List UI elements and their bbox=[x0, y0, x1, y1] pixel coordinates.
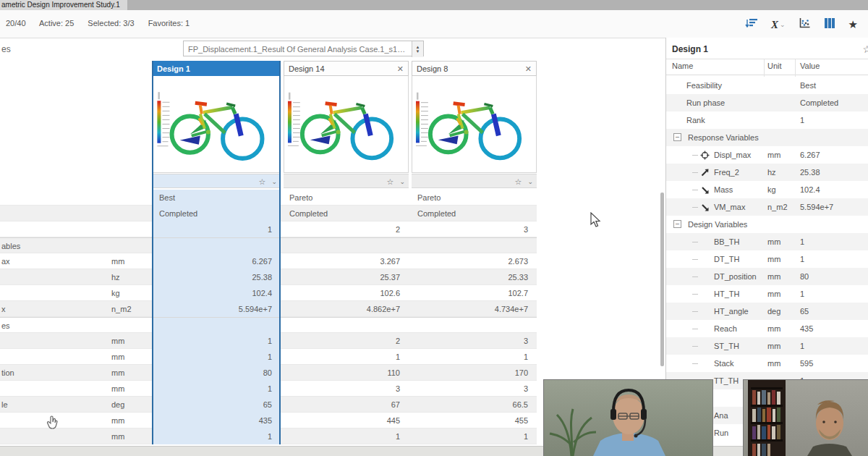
spinner-arrows-icon[interactable]: ▲▼ bbox=[412, 41, 423, 57]
detail-row[interactable]: BB_THmm1 bbox=[666, 233, 868, 250]
cell-value[interactable]: 1 bbox=[153, 428, 281, 444]
cell-value[interactable]: 1 bbox=[412, 428, 537, 444]
design-card-title[interactable]: Design 14✕ bbox=[284, 61, 409, 76]
cell-value[interactable]: 3 bbox=[284, 381, 409, 397]
design-card-title[interactable]: Design 8✕ bbox=[412, 61, 537, 76]
cell-value[interactable]: 445 bbox=[284, 413, 409, 428]
detail-row[interactable]: Masskg102.4 bbox=[666, 181, 868, 198]
design-card-title[interactable]: Design 1 bbox=[152, 61, 281, 76]
detail-value[interactable]: 80 bbox=[800, 268, 809, 285]
detail-value[interactable]: 1 bbox=[800, 250, 804, 268]
x-axis-icon[interactable]: X ⌄ bbox=[771, 19, 786, 31]
cell-value[interactable]: 3 bbox=[412, 221, 537, 237]
detail-value[interactable]: 1 bbox=[800, 111, 804, 129]
favorite-star-icon[interactable]: ☆ bbox=[387, 177, 394, 187]
detail-value[interactable]: 25.38 bbox=[800, 164, 820, 181]
cell-value[interactable]: 102.7 bbox=[412, 285, 537, 301]
cell-value[interactable]: 66.5 bbox=[412, 397, 537, 413]
cell-value[interactable] bbox=[412, 318, 537, 334]
cell-value[interactable]: 435 bbox=[153, 413, 281, 428]
cell-value[interactable]: Completed bbox=[284, 206, 409, 221]
detail-value[interactable]: 435 bbox=[800, 320, 813, 337]
chevron-down-icon[interactable]: ⌄ bbox=[271, 178, 277, 185]
favorite-star-icon[interactable]: ☆ bbox=[862, 43, 868, 55]
cell-value[interactable]: 65 bbox=[153, 397, 281, 413]
close-icon[interactable]: ✕ bbox=[525, 62, 532, 77]
cell-value[interactable] bbox=[412, 238, 537, 254]
detail-row[interactable]: –Response Variables bbox=[666, 129, 868, 146]
detail-row[interactable]: Run phaseCompleted bbox=[666, 94, 868, 111]
cell-value[interactable]: 4.734e+7 bbox=[412, 301, 537, 317]
detail-row[interactable]: DT_THmm1 bbox=[666, 250, 868, 268]
detail-row[interactable]: ST_THmm1 bbox=[666, 337, 868, 355]
cell-value[interactable]: 2 bbox=[284, 333, 409, 349]
detail-row[interactable]: FeasibilityBest bbox=[666, 77, 868, 94]
detail-row[interactable]: VM_maxn_m25.594e+7 bbox=[666, 198, 868, 216]
cell-value[interactable]: 6.267 bbox=[153, 253, 281, 269]
cell-value[interactable] bbox=[153, 238, 281, 254]
detail-value[interactable]: 102.4 bbox=[800, 181, 820, 198]
cell-value[interactable]: 3 bbox=[412, 333, 537, 349]
study-tab[interactable]: ametric Design Improvement Study.1 bbox=[0, 0, 127, 10]
detail-row[interactable]: Stackmm595 bbox=[666, 355, 868, 372]
collapse-icon[interactable]: – bbox=[673, 220, 681, 228]
cell-value[interactable]: 102.6 bbox=[284, 285, 409, 301]
cell-value[interactable] bbox=[284, 238, 409, 254]
detail-row[interactable]: –Design Variables bbox=[666, 216, 868, 233]
design-card[interactable]: Design 1 bbox=[152, 61, 281, 190]
cell-value[interactable]: Completed bbox=[412, 206, 537, 221]
collapse-icon[interactable]: – bbox=[673, 133, 681, 141]
detail-value[interactable]: 1 bbox=[800, 233, 804, 250]
cell-value[interactable]: 25.37 bbox=[284, 269, 409, 285]
cell-value[interactable]: Completed bbox=[153, 206, 281, 221]
cell-value[interactable]: 102.4 bbox=[153, 285, 281, 301]
cell-value[interactable]: 2.673 bbox=[412, 253, 537, 269]
cell-value[interactable]: 1 bbox=[153, 349, 281, 365]
cell-value[interactable]: 1 bbox=[412, 349, 537, 365]
cell-value[interactable]: 1 bbox=[284, 428, 409, 444]
cell-value[interactable]: 170 bbox=[412, 365, 537, 381]
chevron-down-icon[interactable]: ⌄ bbox=[527, 178, 533, 185]
cell-value[interactable]: Pareto bbox=[412, 190, 537, 206]
detail-value[interactable]: 5.594e+7 bbox=[800, 198, 833, 216]
columns-icon[interactable] bbox=[824, 17, 835, 32]
favorite-star-icon[interactable]: ☆ bbox=[515, 177, 522, 187]
detail-row[interactable]: Freq_2hz25.38 bbox=[666, 164, 868, 181]
detail-row[interactable]: Rank1 bbox=[666, 111, 868, 129]
cell-value[interactable]: Best bbox=[153, 190, 281, 206]
detail-row[interactable]: HT_angledeg65 bbox=[666, 303, 868, 320]
cell-value[interactable]: 1 bbox=[153, 221, 281, 237]
vertical-scrollbar[interactable] bbox=[660, 193, 664, 366]
sort-descending-icon[interactable] bbox=[745, 17, 758, 32]
cell-value[interactable]: 5.594e+7 bbox=[153, 301, 281, 317]
cell-value[interactable]: 3 bbox=[412, 381, 537, 397]
column-header-value[interactable]: Value bbox=[800, 62, 820, 70]
cell-value[interactable]: 110 bbox=[284, 365, 409, 381]
detail-value[interactable]: Best bbox=[800, 77, 816, 94]
cell-value[interactable]: 67 bbox=[284, 397, 409, 413]
cell-value[interactable]: 3.267 bbox=[284, 253, 409, 269]
detail-value[interactable]: 6.267 bbox=[800, 146, 820, 164]
detail-value[interactable]: Completed bbox=[800, 94, 838, 111]
detail-row[interactable]: Displ_maxmm6.267 bbox=[666, 146, 868, 164]
result-selector-dropdown[interactable]: FP_Displacement.1_Result Of General Anal… bbox=[183, 41, 424, 56]
cell-value[interactable] bbox=[284, 318, 409, 334]
cell-value[interactable]: 80 bbox=[153, 365, 281, 381]
column-header-unit[interactable]: Unit bbox=[767, 62, 782, 70]
design-card[interactable]: Design 14✕ bbox=[284, 61, 409, 190]
cell-value[interactable]: 1 bbox=[153, 333, 281, 349]
detail-value[interactable]: 65 bbox=[800, 303, 809, 320]
scatter-plot-icon[interactable] bbox=[799, 17, 811, 32]
star-icon[interactable]: ★ bbox=[848, 18, 858, 31]
cell-value[interactable] bbox=[153, 318, 281, 334]
detail-value[interactable]: 595 bbox=[800, 355, 813, 372]
detail-row[interactable]: Reachmm435 bbox=[666, 320, 868, 337]
detail-row[interactable]: DT_positionmm80 bbox=[666, 268, 868, 285]
design-card[interactable]: Design 8✕ bbox=[412, 61, 537, 190]
cell-value[interactable]: 25.38 bbox=[153, 269, 281, 285]
cell-value[interactable]: 25.33 bbox=[412, 269, 537, 285]
cell-value[interactable]: Pareto bbox=[284, 190, 409, 206]
close-icon[interactable]: ✕ bbox=[397, 62, 404, 77]
detail-row[interactable]: HT_THmm1 bbox=[666, 285, 868, 303]
detail-value[interactable]: 1 bbox=[800, 285, 804, 303]
